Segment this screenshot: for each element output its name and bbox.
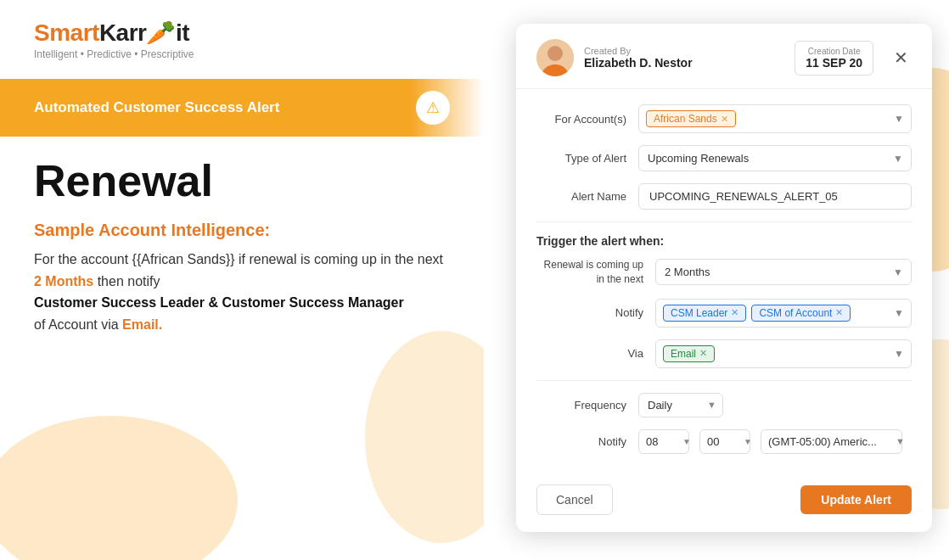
- logo-it: it: [176, 20, 189, 46]
- frequency-select-wrapper: Daily Weekly Monthly ▼: [638, 393, 723, 417]
- creation-date-label: Creation Date: [806, 47, 862, 56]
- sample-intelligence-heading: Sample Account Intelligence:: [34, 221, 450, 240]
- modal-footer: Cancel Update Alert: [516, 484, 932, 532]
- notify-tag-csm-leader: CSM Leader ✕: [663, 305, 746, 322]
- logo-smart: Smart: [34, 20, 99, 46]
- hour-select-wrapper: 08 07 09 10 ▼: [638, 429, 694, 454]
- creation-date-box: Creation Date 11 SEP 20: [795, 41, 873, 76]
- logo: SmartKarr🥕it: [34, 19, 450, 47]
- modal-body: For Account(s) African Sands ✕ ▼ Type of…: [516, 89, 932, 484]
- main-content: Renewal Sample Account Intelligence: For…: [0, 137, 484, 336]
- renewal-select-wrapper: 2 Months 1 Month 3 Months 6 Months ▼: [655, 259, 912, 285]
- alert-type-label: Type of Alert: [536, 152, 638, 165]
- logo-carrot-icon: 🥕: [146, 19, 176, 47]
- desc-part2: then notify: [98, 274, 160, 288]
- notify-select[interactable]: CSM Leader ✕ CSM of Account ✕ ▼: [655, 299, 912, 328]
- account-tag: African Sands ✕: [646, 110, 736, 127]
- alert-icon: ⚠: [416, 91, 450, 125]
- description-text: For the account {{African Sands}} if ren…: [34, 249, 450, 335]
- banner: Automated Customer Success Alert ⚠: [0, 79, 484, 137]
- minute-select-wrapper: 00 15 30 45 ▼: [699, 429, 755, 454]
- close-button[interactable]: ✕: [890, 48, 912, 68]
- logo-tagline: Intelligent • Predictive • Prescriptive: [34, 48, 450, 60]
- modal-header: Created By Elizabeth D. Nestor Creation …: [516, 24, 932, 89]
- alert-name-label: Alert Name: [536, 190, 638, 203]
- highlight-months: 2 Months: [34, 274, 93, 288]
- accounts-dropdown-arrow: ▼: [894, 113, 904, 125]
- via-select[interactable]: Email ✕ ▼: [655, 339, 912, 368]
- page-title: Renewal: [34, 157, 450, 205]
- hour-select[interactable]: 08 07 09 10: [638, 429, 689, 454]
- alert-name-input[interactable]: [638, 183, 912, 210]
- notify-row: Notify CSM Leader ✕ CSM of Account ✕ ▼: [536, 299, 912, 328]
- user-info: Created By Elizabeth D. Nestor: [584, 46, 693, 70]
- frequency-select[interactable]: Daily Weekly Monthly: [638, 393, 723, 417]
- accounts-select[interactable]: African Sands ✕ ▼: [638, 104, 912, 133]
- trigger-label: Trigger the alert when:: [536, 234, 912, 248]
- notify-tag-csm-account: CSM of Account ✕: [751, 305, 851, 322]
- highlight-via: Email.: [122, 317, 162, 332]
- notify-dropdown-arrow: ▼: [894, 307, 904, 319]
- alert-type-row: Type of Alert Upcoming Renewals ▼: [536, 145, 912, 171]
- accounts-label: For Account(s): [536, 113, 638, 126]
- svg-point-1: [548, 46, 563, 61]
- csm-leader-remove[interactable]: ✕: [731, 307, 738, 318]
- highlight-roles: Customer Success Leader & Customer Succe…: [34, 295, 404, 310]
- created-by-label: Created By: [584, 46, 693, 56]
- logo-area: SmartKarr🥕it Intelligent • Predictive • …: [0, 0, 484, 69]
- minute-select[interactable]: 00 15 30 45: [699, 429, 750, 454]
- notify-time-label: Notify: [536, 435, 638, 448]
- via-tag-email: Email ✕: [663, 345, 715, 362]
- via-dropdown-arrow: ▼: [894, 348, 904, 360]
- account-tag-remove[interactable]: ✕: [721, 114, 728, 125]
- via-row: Via Email ✕ ▼: [536, 339, 912, 368]
- timezone-select-wrapper: (GMT-05:00) Americ... (GMT+00:00) UTC ▼: [761, 429, 912, 454]
- alert-name-row: Alert Name: [536, 183, 912, 210]
- renewal-label: Renewal is coming up in the next: [536, 258, 655, 287]
- modal-panel: Created By Elizabeth D. Nestor Creation …: [516, 24, 932, 532]
- banner-text: Automated Customer Success Alert: [34, 99, 279, 116]
- notify-label: Notify: [536, 306, 655, 319]
- renewal-select[interactable]: 2 Months 1 Month 3 Months 6 Months: [655, 259, 912, 285]
- logo-karr: Karr: [99, 20, 147, 46]
- creation-date-value: 11 SEP 20: [806, 56, 862, 70]
- frequency-row: Frequency Daily Weekly Monthly ▼: [536, 393, 912, 417]
- update-alert-button[interactable]: Update Alert: [800, 485, 912, 514]
- desc-part1: For the account {{African Sands}} if ren…: [34, 252, 443, 266]
- modal-user: Created By Elizabeth D. Nestor: [536, 39, 693, 76]
- via-label: Via: [536, 347, 655, 360]
- avatar: [536, 39, 574, 76]
- cancel-button[interactable]: Cancel: [536, 484, 613, 515]
- csm-account-remove[interactable]: ✕: [835, 307, 843, 318]
- user-name: Elizabeth D. Nestor: [584, 56, 693, 70]
- renewal-row: Renewal is coming up in the next 2 Month…: [536, 258, 912, 287]
- time-row: Notify 08 07 09 10 ▼ 00 15 30 45 ▼: [536, 429, 912, 454]
- email-remove[interactable]: ✕: [699, 348, 707, 359]
- desc-part3: of Account via: [34, 317, 119, 332]
- accounts-row: For Account(s) African Sands ✕ ▼: [536, 104, 912, 133]
- trigger-section: Trigger the alert when: Renewal is comin…: [536, 234, 912, 368]
- timezone-select[interactable]: (GMT-05:00) Americ... (GMT+00:00) UTC: [761, 429, 902, 454]
- left-panel: SmartKarr🥕it Intelligent • Predictive • …: [0, 0, 484, 560]
- alert-type-select-wrapper: Upcoming Renewals ▼: [638, 145, 912, 171]
- frequency-label: Frequency: [536, 399, 638, 412]
- alert-type-select[interactable]: Upcoming Renewals: [638, 145, 912, 171]
